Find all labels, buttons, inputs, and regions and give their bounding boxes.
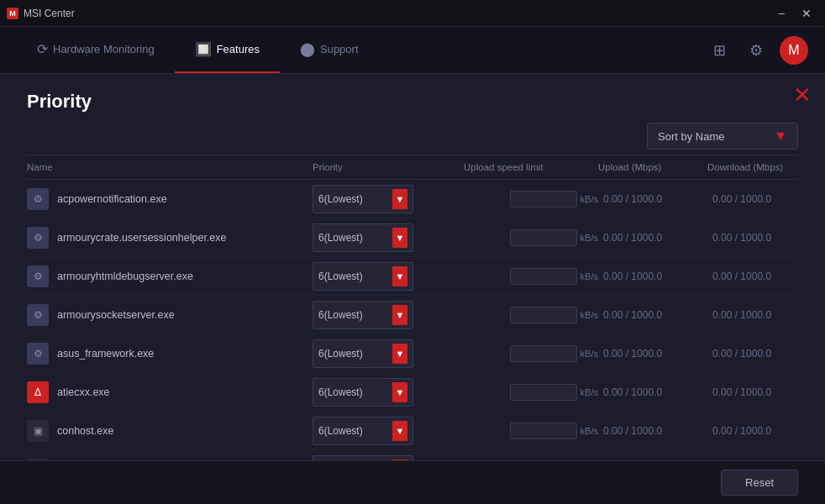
download-mbps-0: 0.00 / 1000.0 — [707, 193, 817, 205]
title-bar-left: M MSI Center — [7, 8, 75, 19]
speed-unit-5: kB/s — [581, 387, 598, 397]
priority-arrow-icon-2: ▼ — [392, 266, 407, 286]
top-nav: ⟳ Hardware Monitoring 🔲 Features ⬤ Suppo… — [0, 27, 825, 74]
speed-bar-5[interactable] — [510, 384, 577, 401]
priority-arrow-icon-4: ▼ — [392, 344, 407, 364]
priority-cell-4[interactable]: 6(Lowest) ▼ — [313, 339, 464, 368]
upload-mbps-4: 0.00 / 1000.0 — [598, 348, 707, 360]
grid-button[interactable]: ⊞ — [706, 37, 733, 64]
download-mbps-5: 0.00 / 1000.0 — [707, 386, 817, 398]
speed-cell-0: kB/s — [464, 191, 598, 207]
table-row: ⚙ armouryhtmldebugserver.exe 6(Lowest) ▼… — [27, 257, 798, 296]
settings-button[interactable]: ⚙ — [743, 37, 770, 64]
speed-cell-6: kB/s — [464, 423, 598, 439]
nav-tabs: ⟳ Hardware Monitoring 🔲 Features ⬤ Suppo… — [17, 27, 379, 73]
app-name-4: asus_framework.exe — [57, 348, 154, 360]
tab-features[interactable]: 🔲 Features — [175, 27, 280, 73]
download-mbps-1: 0.00 / 1000.0 — [707, 232, 817, 244]
app-cell-1: ⚙ armourycrate.usersessionhelper.exe — [27, 227, 313, 249]
app-icon-3: ⚙ — [27, 304, 49, 326]
speed-bar-0[interactable] — [510, 191, 577, 207]
table-body: ⚙ acpowernotification.exe 6(Lowest) ▼ kB… — [27, 180, 798, 468]
table-row: ⚙ armourycrate.usersessionhelper.exe 6(L… — [27, 218, 798, 257]
priority-select-4[interactable]: 6(Lowest) ▼ — [313, 339, 413, 368]
speed-cell-1: kB/s — [464, 229, 598, 246]
priority-value-2: 6(Lowest) — [318, 270, 363, 282]
priority-value-0: 6(Lowest) — [318, 193, 363, 205]
priority-value-4: 6(Lowest) — [318, 348, 363, 360]
app-icon-0: ⚙ — [27, 188, 49, 210]
table-row: Δ atiecxx.exe 6(Lowest) ▼ kB/s 0.00 / 10… — [27, 373, 798, 412]
upload-mbps-6: 0.00 / 1000.0 — [598, 425, 707, 437]
priority-cell-2[interactable]: 6(Lowest) ▼ — [313, 262, 464, 291]
table-header: Name Priority Upload speed limit Upload … — [27, 155, 798, 180]
app-icon-6: ▣ — [27, 420, 49, 442]
app-title: MSI Center — [24, 8, 75, 19]
page-close-button[interactable]: ✕ — [793, 84, 812, 106]
app-icon-2: ⚙ — [27, 265, 49, 287]
priority-select-5[interactable]: 6(Lowest) ▼ — [313, 378, 413, 407]
priority-select-0[interactable]: 6(Lowest) ▼ — [313, 185, 413, 213]
upload-mbps-1: 0.00 / 1000.0 — [598, 232, 707, 244]
speed-cell-3: kB/s — [464, 307, 598, 323]
table-row: ▣ conhost.exe 6(Lowest) ▼ kB/s 0.00 / 10… — [27, 412, 798, 450]
app-icon: M — [7, 8, 18, 19]
hardware-icon: ⟳ — [37, 41, 48, 57]
priority-arrow-icon-0: ▼ — [392, 189, 407, 209]
priority-select-3[interactable]: 6(Lowest) ▼ — [313, 301, 413, 329]
speed-cell-4: kB/s — [464, 345, 598, 362]
table-row: ⚙ asus_framework.exe 6(Lowest) ▼ kB/s 0.… — [27, 334, 798, 373]
brand-button[interactable]: M — [780, 36, 808, 65]
priority-value-3: 6(Lowest) — [318, 309, 363, 321]
minimize-button[interactable]: − — [770, 2, 793, 25]
speed-bar-2[interactable] — [510, 268, 577, 285]
speed-unit-0: kB/s — [581, 194, 598, 204]
speed-bar-1[interactable] — [510, 229, 577, 246]
priority-cell-5[interactable]: 6(Lowest) ▼ — [313, 378, 464, 407]
speed-unit-3: kB/s — [581, 310, 598, 320]
app-cell-5: Δ atiecxx.exe — [27, 381, 313, 403]
priority-cell-3[interactable]: 6(Lowest) ▼ — [313, 301, 464, 329]
upload-mbps-3: 0.00 / 1000.0 — [598, 309, 707, 321]
download-mbps-6: 0.00 / 1000.0 — [707, 425, 817, 437]
priority-arrow-icon-1: ▼ — [392, 228, 407, 248]
tab-hardware[interactable]: ⟳ Hardware Monitoring — [17, 27, 175, 73]
priority-cell-1[interactable]: 6(Lowest) ▼ — [313, 223, 464, 252]
speed-cell-2: kB/s — [464, 268, 598, 285]
page-title: Priority — [0, 74, 825, 113]
app-name-5: atiecxx.exe — [57, 386, 110, 398]
app-cell-4: ⚙ asus_framework.exe — [27, 343, 313, 365]
nav-right: ⊞ ⚙ M — [706, 36, 808, 65]
speed-unit-4: kB/s — [581, 349, 598, 359]
priority-select-2[interactable]: 6(Lowest) ▼ — [313, 262, 413, 291]
app-name-3: armourysocketserver.exe — [57, 309, 175, 321]
reset-button[interactable]: Reset — [721, 470, 798, 496]
sort-select[interactable]: Sort by Name ▼ — [647, 123, 798, 150]
priority-select-1[interactable]: 6(Lowest) ▼ — [313, 223, 413, 252]
priority-arrow-icon-3: ▼ — [392, 305, 407, 325]
priority-arrow-icon-5: ▼ — [392, 382, 407, 402]
priority-cell-6[interactable]: 6(Lowest) ▼ — [313, 417, 464, 445]
app-name-2: armouryhtmldebugserver.exe — [57, 270, 193, 282]
speed-bar-4[interactable] — [510, 345, 577, 362]
tab-support-label: Support — [320, 43, 359, 55]
tab-support[interactable]: ⬤ Support — [280, 27, 379, 73]
priority-cell-0[interactable]: 6(Lowest) ▼ — [313, 185, 464, 213]
upload-mbps-0: 0.00 / 1000.0 — [598, 193, 707, 205]
app-cell-3: ⚙ armourysocketserver.exe — [27, 304, 313, 326]
speed-bar-3[interactable] — [510, 307, 577, 323]
download-mbps-3: 0.00 / 1000.0 — [707, 309, 817, 321]
table-row: ⚙ acpowernotification.exe 6(Lowest) ▼ kB… — [27, 180, 798, 218]
priority-value-6: 6(Lowest) — [318, 425, 363, 437]
window-close-button[interactable]: ✕ — [795, 2, 818, 25]
col-name: Name — [27, 162, 313, 172]
download-mbps-4: 0.00 / 1000.0 — [707, 348, 817, 360]
sort-arrow-icon: ▼ — [774, 129, 787, 144]
features-icon: 🔲 — [195, 41, 212, 57]
app-name-1: armourycrate.usersessionhelper.exe — [57, 232, 227, 244]
speed-bar-6[interactable] — [510, 423, 577, 439]
priority-select-6[interactable]: 6(Lowest) ▼ — [313, 417, 413, 445]
title-bar-controls: − ✕ — [770, 2, 818, 25]
app-cell-2: ⚙ armouryhtmldebugserver.exe — [27, 265, 313, 287]
app-icon-5: Δ — [27, 381, 49, 403]
